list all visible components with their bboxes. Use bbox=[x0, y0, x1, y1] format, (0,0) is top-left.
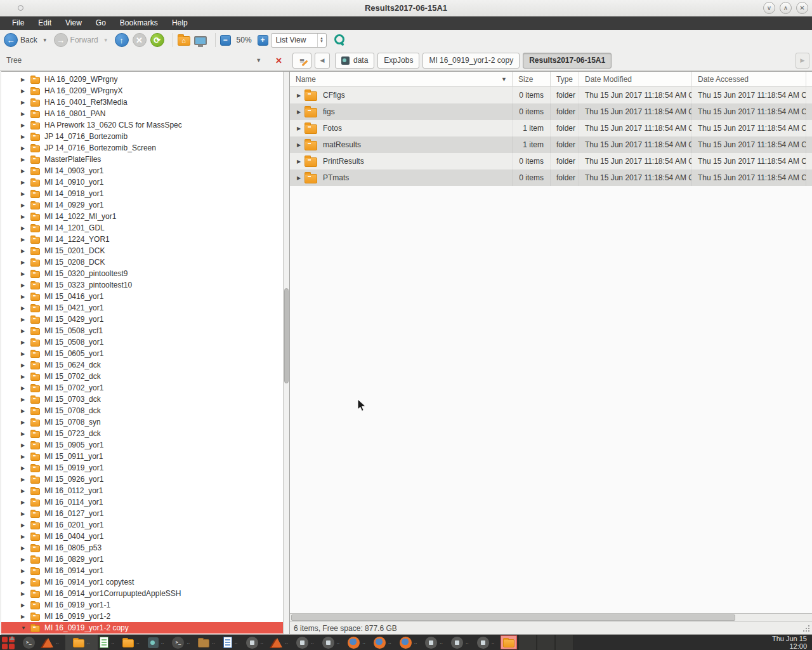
minimize-button[interactable]: ∨ bbox=[763, 2, 775, 14]
tree-item[interactable]: ▶ MI 15_0702_dck bbox=[1, 371, 289, 382]
expander-icon[interactable]: ▶ bbox=[21, 282, 28, 288]
taskbar-item-app-window[interactable]: ‥ bbox=[449, 635, 475, 650]
expander-icon[interactable]: ▶ bbox=[21, 454, 28, 460]
taskbar-item-matlab[interactable]: ‥ bbox=[270, 635, 294, 650]
expander-icon[interactable]: ▶ bbox=[21, 317, 28, 322]
expander-icon[interactable]: ▶ bbox=[21, 111, 28, 117]
taskbar-item-folder-brown[interactable]: ‥ bbox=[196, 635, 221, 650]
tree-item[interactable]: ▶ MI 15_0911_yor1 bbox=[1, 451, 289, 462]
taskbar-item-firefox[interactable]: ‥ bbox=[398, 635, 424, 650]
file-row[interactable]: ▶ matResults 1 item folder Thu 15 Jun 20… bbox=[290, 136, 812, 153]
expander-icon[interactable]: ▶ bbox=[21, 77, 28, 83]
taskbar-item-app-window[interactable]: ‥ bbox=[423, 635, 449, 650]
tree-item[interactable]: ▶ MI 15_0416_yor1 bbox=[1, 291, 289, 302]
refresh-button[interactable]: ⟳ bbox=[150, 33, 164, 47]
expander-icon[interactable]: ▶ bbox=[21, 237, 28, 242]
tree-item[interactable]: ▶ HA 16_0209_WPrgny bbox=[1, 74, 289, 85]
expander-icon[interactable]: ▶ bbox=[21, 351, 28, 357]
file-row[interactable]: ▶ PrintResults 0 items folder Thu 15 Jun… bbox=[290, 153, 812, 169]
expander-icon[interactable]: ▶ bbox=[21, 420, 28, 425]
tree-item[interactable]: ▶ MI 15_0508_yor1 bbox=[1, 336, 289, 348]
expander-icon[interactable]: ▶ bbox=[21, 408, 28, 414]
tree-panel-dropdown-icon[interactable]: ▼ bbox=[256, 57, 261, 63]
expander-icon[interactable]: ▶ bbox=[21, 100, 28, 105]
expander-icon[interactable]: ▶ bbox=[21, 191, 28, 197]
pager-cell[interactable] bbox=[518, 635, 537, 650]
tree-item[interactable]: ▶ MI 15_0508_ycf1 bbox=[1, 325, 289, 336]
taskbar-item-folder[interactable]: ‥ bbox=[121, 635, 146, 650]
tree-item[interactable]: ▶ MI 16_0112_yor1 bbox=[1, 485, 289, 496]
menu-view[interactable]: View bbox=[58, 17, 89, 29]
taskbar-item-app-window[interactable]: ‥ bbox=[475, 635, 501, 650]
tree-item[interactable]: ▶ MI 16_0114_yor1 bbox=[1, 496, 289, 508]
expander-icon[interactable]: ▶ bbox=[21, 534, 28, 540]
taskbar-item-drive[interactable]: ‥ bbox=[146, 635, 171, 650]
tree-item[interactable]: ▶ MI 15_0323_pintooltest10 bbox=[1, 279, 289, 291]
taskbar-item-app-window[interactable]: ‥ bbox=[294, 635, 320, 650]
tree-item[interactable]: ▶ HA Prework 13_0620 CLS for MassSpec bbox=[1, 119, 289, 131]
search-button[interactable] bbox=[334, 34, 346, 46]
tree-item[interactable]: ▶ MI 15_0905_yor1 bbox=[1, 439, 289, 451]
expander-icon[interactable]: ▶ bbox=[21, 385, 28, 391]
expander-icon[interactable]: ▶ bbox=[297, 126, 304, 131]
breadcrumb-current-folder[interactable]: Results2017-06-15A1 bbox=[523, 53, 612, 69]
expander-icon[interactable]: ▶ bbox=[21, 123, 28, 128]
tree-item[interactable]: ▶ MI 15_0624_dck bbox=[1, 359, 289, 371]
tree-item[interactable]: ▶ MI 16_0919_yor1-1 bbox=[1, 599, 289, 611]
expander-icon[interactable]: ▶ bbox=[21, 305, 28, 311]
tree-item[interactable]: ▶ MI 15_0919_yor1 bbox=[1, 462, 289, 474]
expander-icon[interactable]: ▶ bbox=[21, 145, 28, 151]
tree-item[interactable]: ▶ MI 16_0404_yor1 bbox=[1, 531, 289, 542]
expander-icon[interactable]: ▶ bbox=[21, 591, 28, 597]
expander-icon[interactable]: ▶ bbox=[21, 225, 28, 231]
menu-help[interactable]: Help bbox=[165, 17, 195, 29]
home-button[interactable]: ⌂ bbox=[178, 34, 190, 46]
close-button[interactable]: ✕ bbox=[796, 2, 808, 14]
zoom-in-button[interactable]: + bbox=[258, 35, 268, 46]
taskbar-item-matlab[interactable]: ‥ bbox=[41, 635, 65, 650]
expander-icon[interactable]: ▶ bbox=[21, 328, 28, 334]
view-mode-spinner[interactable]: ▲ ▼ bbox=[317, 34, 326, 47]
tree-item[interactable]: ▶ MI 15_0201_DCK bbox=[1, 245, 289, 256]
taskbar-item-terminal[interactable]: >_‥ bbox=[170, 635, 196, 650]
taskbar-item-terminal[interactable]: >_ bbox=[21, 635, 41, 650]
taskbar-item-folder[interactable] bbox=[501, 635, 517, 649]
expander-icon[interactable]: ▶ bbox=[297, 159, 304, 164]
tree-item[interactable]: ▶ MI 16_0829_yor1 bbox=[1, 554, 289, 565]
column-header-size[interactable]: Size bbox=[512, 72, 550, 86]
expander-icon[interactable]: ▶ bbox=[21, 500, 28, 505]
column-header-type[interactable]: Type bbox=[550, 72, 579, 86]
view-mode-select[interactable]: List View ▲ ▼ bbox=[271, 33, 327, 48]
expander-icon[interactable]: ▶ bbox=[21, 88, 28, 94]
menu-go[interactable]: Go bbox=[89, 17, 113, 29]
taskbar-item-writer[interactable]: ‥ bbox=[221, 635, 244, 650]
expander-icon[interactable]: ▶ bbox=[21, 545, 28, 551]
tree-item[interactable]: ▶ MI 16_0919_yor1-2 bbox=[1, 611, 289, 622]
tree-item[interactable]: ▶ MI 15_0708_syn bbox=[1, 416, 289, 428]
crumbs-scroll-left-button[interactable]: ◀ bbox=[315, 53, 330, 69]
tree-item[interactable]: ▶ MI 14_0910_yor1 bbox=[1, 176, 289, 188]
expander-icon[interactable]: ▶ bbox=[21, 214, 28, 220]
menu-bookmarks[interactable]: Bookmarks bbox=[113, 17, 165, 29]
column-header-date-accessed[interactable]: Date Accessed bbox=[691, 72, 806, 86]
taskbar-item-firefox[interactable]: ‥ bbox=[372, 635, 398, 650]
expander-icon[interactable]: ▶ bbox=[21, 602, 28, 608]
tree-item[interactable]: ▶ HA 16_0401_Ref3Media bbox=[1, 96, 289, 108]
breadcrumb-expjobs[interactable]: ExpJobs bbox=[377, 53, 419, 69]
expander-icon[interactable]: ▶ bbox=[21, 294, 28, 300]
taskbar-item-app-menu[interactable] bbox=[0, 635, 21, 650]
tree-item[interactable]: ▶ MI 14_1022_MI_yor1 bbox=[1, 211, 289, 222]
tree-item[interactable]: ▶ MI 14_0903_yor1 bbox=[1, 165, 289, 176]
maximize-button[interactable]: ∧ bbox=[780, 2, 792, 14]
tree-item[interactable]: ▶ MI 15_0703_dck bbox=[1, 394, 289, 405]
tree-item[interactable]: ▶ MI 16_0805_p53 bbox=[1, 542, 289, 554]
tree-item[interactable]: ▶ MI 15_0421_yor1 bbox=[1, 302, 289, 314]
menu-file[interactable]: File bbox=[5, 17, 31, 29]
breadcrumb-data[interactable]: data bbox=[335, 53, 374, 69]
tree-item[interactable]: ▶ MI 15_0320_pintooltest9 bbox=[1, 268, 289, 279]
column-header-name[interactable]: Name ▼ bbox=[290, 72, 512, 86]
forward-dropdown-icon[interactable]: ▼ bbox=[103, 37, 108, 43]
expander-icon[interactable]: ▶ bbox=[21, 614, 28, 620]
horizontal-scrollbar-thumb[interactable] bbox=[291, 614, 735, 621]
expander-icon[interactable]: ▶ bbox=[21, 271, 28, 277]
